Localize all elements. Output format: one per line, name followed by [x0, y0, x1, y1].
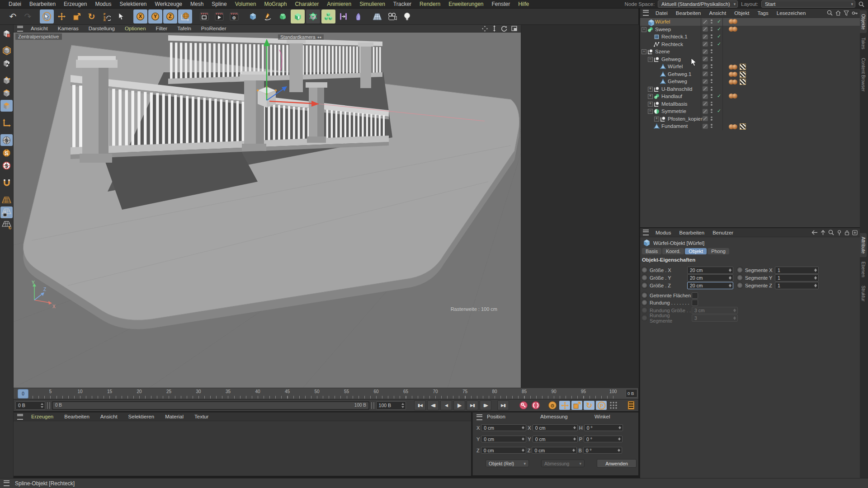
next-frame-icon[interactable]: ▶▮	[467, 400, 478, 410]
attribute-menu-benutzer[interactable]: Benutzer	[708, 230, 737, 235]
object-name[interactable]: Fundament	[661, 123, 688, 129]
segments-value-field[interactable]: 1	[775, 274, 819, 282]
checkbox[interactable]	[692, 292, 698, 299]
menu-icon[interactable]	[4, 480, 9, 486]
visibility-dots-icon[interactable]	[711, 19, 712, 23]
dock-tab-objekte[interactable]: Objekte	[860, 10, 867, 33]
attribute-menu-modus[interactable]: Modus	[651, 230, 675, 235]
object-name[interactable]: Gehweg.1	[668, 71, 691, 77]
menu-selektieren[interactable]: Selektieren	[115, 1, 151, 7]
live-selection-tool[interactable]	[40, 9, 54, 23]
make-editable-button[interactable]	[0, 28, 13, 39]
visibility-dots-icon[interactable]	[711, 49, 712, 53]
enable-toggle-icon[interactable]	[703, 56, 708, 61]
texture-tag-icon[interactable]	[740, 71, 746, 78]
attribute-menu-bearbeiten[interactable]: Bearbeiten	[675, 230, 709, 235]
search-icon[interactable]	[859, 1, 864, 7]
visibility-dots-icon[interactable]	[711, 64, 712, 68]
texture-mode-button[interactable]	[0, 57, 13, 69]
object-name[interactable]: Pfosten_kopien	[668, 116, 703, 122]
enable-toggle-icon[interactable]	[703, 64, 708, 69]
environment-floor-menu[interactable]	[370, 9, 384, 23]
dock-tab-ebenen[interactable]: Ebenen	[860, 258, 867, 281]
object-name[interactable]: U-Bahnschild	[661, 86, 692, 92]
generator-check-icon[interactable]: ✓	[717, 108, 721, 114]
size-value-field[interactable]: 20 cm	[687, 274, 733, 282]
enable-toggle-icon[interactable]	[703, 101, 708, 106]
collapse-icon[interactable]: −	[642, 27, 646, 32]
enable-toggle-icon[interactable]	[703, 27, 708, 32]
position-field[interactable]: 0 cm	[481, 436, 526, 442]
stepper-icon[interactable]	[521, 425, 525, 431]
stepper-icon[interactable]	[401, 402, 405, 409]
texture-tag-icon[interactable]	[740, 123, 746, 130]
timeline-ticks[interactable]: 0510152025303540455055606570758085909510…	[14, 388, 625, 399]
enable-toggle-icon[interactable]	[703, 94, 708, 99]
enable-toggle-icon[interactable]	[703, 49, 708, 54]
object-row-pfosten-kopien[interactable]: +Pfosten_kopien	[640, 115, 860, 123]
timeline-ruler[interactable]: 0510152025303540455055606570758085909510…	[14, 388, 638, 399]
menu-erweiterungen[interactable]: Erweiterungen	[444, 1, 487, 7]
collapse-icon[interactable]: −	[648, 109, 653, 114]
enable-snap-button[interactable]: S	[0, 134, 13, 146]
menu-mograph[interactable]: MoGraph	[260, 1, 291, 7]
object-row-szene[interactable]: −Szene	[640, 48, 860, 56]
visibility-dots-icon[interactable]	[711, 72, 712, 76]
dock-tab-struktur[interactable]: Struktur	[860, 282, 867, 305]
object-name[interactable]: Rechteck	[661, 42, 683, 47]
menu-bearbeiten[interactable]: Bearbeiten	[25, 1, 60, 7]
object-row-handlauf[interactable]: +Handlauf✓	[640, 93, 860, 100]
render-picture-viewer-button[interactable]	[212, 9, 226, 23]
coordinate-mode-dropdown[interactable]: Objekt (Rel)▾	[486, 460, 529, 467]
collapse-icon[interactable]: −	[642, 49, 646, 54]
stepper-icon[interactable]	[618, 436, 621, 442]
visibility-dots-icon[interactable]	[711, 79, 712, 83]
next-key-icon[interactable]: ▮▶	[480, 400, 491, 410]
material-tag-icon[interactable]	[732, 27, 737, 32]
enable-toggle-icon[interactable]	[703, 86, 708, 91]
rotate-view-icon[interactable]	[501, 25, 507, 32]
undo-button[interactable]: ↶	[6, 9, 20, 23]
enable-axis-button[interactable]	[0, 117, 13, 129]
object-menu-ansicht[interactable]: Ansicht	[705, 10, 730, 16]
segments-value-field[interactable]: 1	[775, 267, 819, 274]
mograph-cloner-menu[interactable]	[321, 9, 335, 23]
object-menu-bearbeiten[interactable]: Bearbeiten	[672, 10, 705, 16]
object-name[interactable]: Metallbasis	[661, 101, 688, 107]
object-name[interactable]: Szene	[655, 49, 670, 54]
material-tag-icon[interactable]	[732, 19, 737, 24]
visibility-dots-icon[interactable]	[711, 42, 712, 46]
position-field[interactable]: 0 cm	[481, 424, 526, 431]
object-menu-lesezeichen[interactable]: Lesezeichen	[773, 10, 810, 16]
pin-icon[interactable]	[837, 230, 842, 235]
snap-settings-button[interactable]: S	[0, 147, 13, 159]
object-row-rechteck-1[interactable]: Rechteck.1✓	[640, 33, 860, 41]
object-name[interactable]: Rechteck.1	[661, 34, 688, 39]
menu-rendern[interactable]: Rendern	[415, 1, 444, 7]
timeline-window-icon[interactable]	[626, 401, 637, 410]
stepper-icon[interactable]	[573, 425, 576, 431]
redo-button[interactable]: ↷	[21, 9, 35, 23]
visibility-dots-icon[interactable]	[711, 87, 712, 91]
size-value-field[interactable]: 20 cm	[687, 282, 733, 289]
viewport-scene-area[interactable]: Zentralperspektive Standardkamera ●● Ras…	[14, 33, 521, 388]
menu-hilfe[interactable]: Hilfe	[514, 1, 533, 7]
dimension-field[interactable]: 0 cm	[532, 447, 577, 454]
visibility-dots-icon[interactable]	[711, 57, 712, 61]
model-mode-button[interactable]	[0, 45, 13, 56]
texture-tag-icon[interactable]	[740, 64, 746, 70]
material-tag-icon[interactable]	[732, 124, 737, 129]
workplane-button[interactable]	[0, 194, 13, 206]
primitive-object-menu[interactable]	[246, 9, 260, 23]
generators-menu[interactable]	[276, 9, 290, 23]
spline-pen-menu[interactable]	[261, 9, 275, 23]
viewport-menu-tafeln[interactable]: Tafeln	[172, 26, 196, 31]
stepper-icon[interactable]	[617, 447, 621, 453]
angle-field[interactable]: 0 °	[584, 424, 623, 431]
stepper-icon[interactable]	[572, 447, 576, 453]
range-handle-right[interactable]	[371, 402, 374, 409]
render-view-button[interactable]	[197, 9, 211, 23]
stepper-icon[interactable]	[40, 402, 44, 409]
generator-check-icon[interactable]: ✓	[717, 33, 721, 39]
generator-check-icon[interactable]: ✓	[717, 93, 721, 99]
